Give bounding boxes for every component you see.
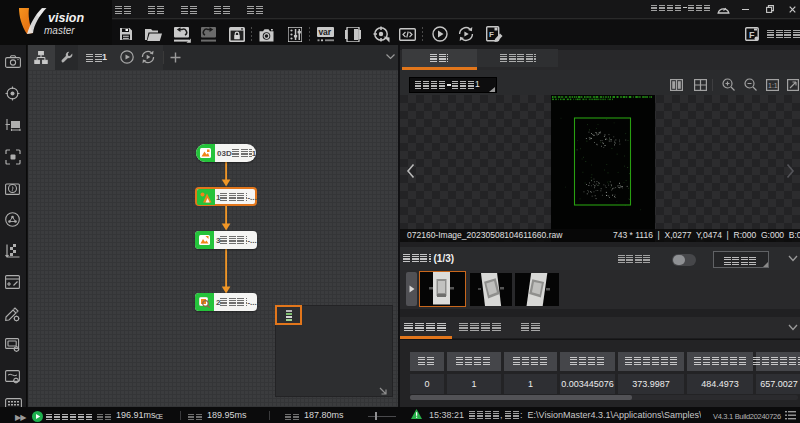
svg-text:var: var [318, 27, 331, 37]
svg-text:F: F [489, 30, 494, 39]
svg-text:F: F [749, 30, 755, 40]
svg-text:1:1: 1:1 [768, 82, 778, 89]
svg-text:vision: vision [48, 11, 84, 25]
svg-text:master: master [44, 25, 75, 36]
